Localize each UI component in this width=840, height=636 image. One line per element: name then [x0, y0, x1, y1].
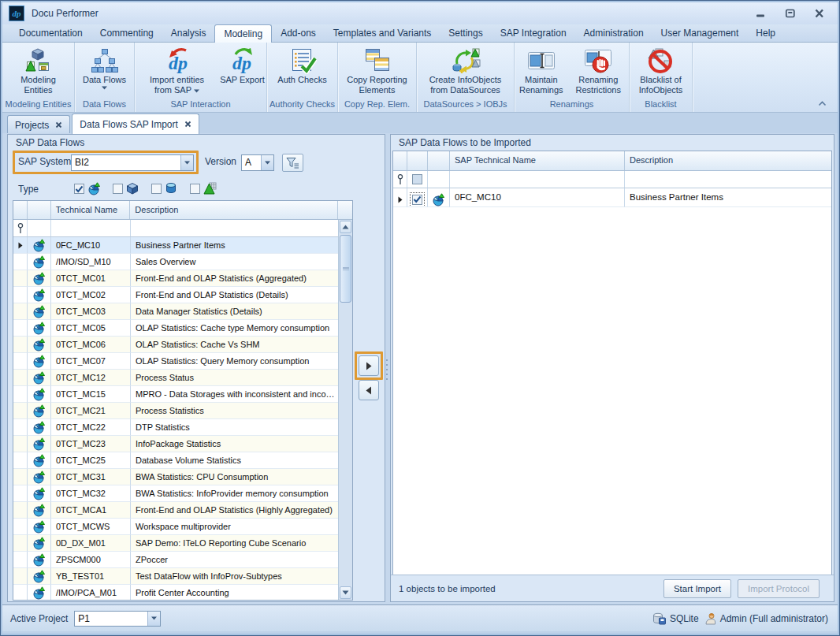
- table-row[interactable]: 0TCT_MC03Data Manager Statistics (Detail…: [13, 303, 352, 320]
- filter-input-technical-name[interactable]: [51, 220, 131, 236]
- dropdown-arrow-icon[interactable]: [180, 155, 193, 170]
- cell-technical-name: 0TCT_MC25: [51, 452, 131, 469]
- table-row[interactable]: 0TCT_MC32BWA Statistics: InfoProvider me…: [13, 485, 352, 502]
- table-row[interactable]: 0TCT_MC22DTP Statistics: [13, 419, 352, 436]
- cell-description: Front-End and OLAP Statistics (Aggregate…: [131, 270, 340, 287]
- table-row[interactable]: 0TCT_MC12Process Status: [13, 370, 352, 386]
- dropdown-arrow-icon: [194, 89, 199, 93]
- type-checkbox-multiprovider-icon[interactable]: [74, 184, 84, 194]
- column-header-description[interactable]: Description: [130, 201, 338, 219]
- cell-technical-name: /IMO/SD_M10: [51, 254, 131, 270]
- menu-tab-add-ons[interactable]: Add-ons: [272, 24, 325, 42]
- grid-body: 0FC_MC10Business Partner Items/IMO/SD_M1…: [13, 237, 352, 601]
- table-row[interactable]: 0D_DX_M01SAP Demo: ITeLO Reporting Cube …: [13, 535, 352, 552]
- ribbon-button-blacklist-of-infoobjects[interactable]: Blacklist of InfoObjects: [639, 44, 683, 95]
- menu-tab-analysis[interactable]: Analysis: [162, 24, 215, 42]
- table-row[interactable]: 0TCT_MC07OLAP Statistics: Query Memory c…: [13, 353, 352, 370]
- multiprovider-icon: [32, 537, 46, 550]
- start-import-button[interactable]: Start Import: [663, 579, 731, 598]
- column-header-technical-name[interactable]: Technical Name: [51, 201, 131, 219]
- sap-system-combo[interactable]: BI2: [71, 154, 194, 171]
- menu-tab-modeling[interactable]: Modeling: [214, 24, 272, 43]
- table-row[interactable]: ZPSCM000ZPoccer: [13, 552, 352, 568]
- scroll-down-button[interactable]: [340, 586, 351, 599]
- type-checkbox-infocube-icon[interactable]: [113, 184, 123, 194]
- close-icon[interactable]: [814, 9, 825, 18]
- dropdown-arrow-icon[interactable]: [261, 155, 273, 170]
- move-right-button[interactable]: [359, 355, 379, 376]
- table-row[interactable]: 0FC_MC10Business Partner Items: [393, 188, 831, 207]
- filter-pin-icon[interactable]: [397, 174, 403, 185]
- user-indicator[interactable]: Admin (Full administrator): [704, 612, 828, 625]
- cell-description: Front-End and OLAP Statistics (Details): [131, 287, 340, 303]
- ribbon-button-renaming-restrictions[interactable]: Renaming Restrictions: [568, 44, 629, 95]
- ribbon-button-import-entities-from-sap[interactable]: dpImport entities from SAP: [136, 44, 219, 95]
- table-row[interactable]: 0TCT_MC06OLAP Statistics: Cache Vs SHM: [13, 337, 352, 353]
- tab-close-icon[interactable]: [184, 121, 191, 128]
- table-row[interactable]: 0TCT_MC15MPRO - Data Storages with incon…: [13, 386, 352, 403]
- restore-icon[interactable]: [785, 9, 796, 18]
- document-tab-projects[interactable]: Projects: [7, 115, 70, 134]
- type-checkbox-dso-cylinder-icon[interactable]: [151, 184, 162, 194]
- column-header-sap-technical-name[interactable]: SAP Technical Name: [450, 151, 625, 170]
- ribbon-button-modeling-entities[interactable]: Modeling Entities: [20, 44, 56, 95]
- version-combo[interactable]: A: [241, 154, 274, 171]
- ribbon-button-data-flows[interactable]: Data Flows: [83, 44, 126, 90]
- database-indicator[interactable]: SQLite: [652, 612, 699, 625]
- menu-tab-help[interactable]: Help: [747, 24, 784, 42]
- column-header-description[interactable]: Description: [625, 151, 831, 170]
- minimize-icon[interactable]: [756, 9, 767, 18]
- menu-tab-user-management[interactable]: User Management: [652, 24, 748, 42]
- menu-tab-commenting[interactable]: Commenting: [91, 24, 162, 42]
- select-all-checkbox[interactable]: [412, 174, 422, 184]
- table-row[interactable]: /IMO/PCA_M01Profit Center Accounting: [13, 585, 352, 601]
- filter-settings-button[interactable]: [282, 154, 303, 172]
- filter-input-description[interactable]: [131, 220, 340, 236]
- menu-tab-documentation[interactable]: Documentation: [10, 24, 91, 42]
- table-row[interactable]: 0TCT_MCWSWorkspace multiprovider: [13, 519, 352, 535]
- table-row[interactable]: 0TCT_MC02Front-End and OLAP Statistics (…: [13, 287, 352, 303]
- filter-input-sap-technical-name[interactable]: [450, 171, 625, 188]
- menu-tab-settings[interactable]: Settings: [440, 24, 491, 42]
- table-row[interactable]: YB_TEST01Test DataFlow with InfoProv-Sub…: [13, 568, 352, 585]
- document-tab-data-flows-sap-import[interactable]: Data Flows SAP Import: [72, 113, 199, 134]
- menu-tab-administration[interactable]: Administration: [575, 24, 652, 42]
- user-icon: [704, 612, 716, 625]
- grid-body: 0FC_MC10Business Partner Items: [393, 188, 831, 207]
- table-row[interactable]: 0TCT_MC31BWA Statistics: CPU Consumption: [13, 469, 352, 485]
- ribbon-button-sap-export[interactable]: dpSAP Export: [219, 44, 266, 85]
- active-project-combo[interactable]: P1: [74, 611, 161, 627]
- table-row[interactable]: 0TCT_MC23InfoPackage Statistics: [13, 436, 352, 452]
- table-row[interactable]: 0FC_MC10Business Partner Items: [13, 237, 352, 254]
- ribbon-button-copy-reporting-elements[interactable]: Copy Reporting Elements: [347, 44, 407, 95]
- import-row-checkbox[interactable]: [412, 195, 422, 205]
- ribbon-button-maintain-renamings[interactable]: Maintain Renamings: [515, 44, 568, 95]
- filter-input-description[interactable]: [625, 171, 831, 188]
- window-controls: [756, 9, 838, 18]
- menu-tab-templates-and-variants[interactable]: Templates and Variants: [325, 24, 440, 42]
- table-row[interactable]: /IMO/SD_M10Sales Overview: [13, 254, 352, 270]
- type-checkbox-aggregate-pyramid-icon[interactable]: [190, 184, 200, 194]
- ribbon-collapse-icon[interactable]: [816, 99, 828, 108]
- filter-pin-icon[interactable]: [17, 223, 24, 234]
- panel-splitter[interactable]: [386, 359, 388, 380]
- ribbon-button-auth-checks[interactable]: Auth Checks: [277, 44, 326, 85]
- cell-description: Data Manager Statistics (Details): [131, 303, 340, 320]
- scroll-up-button[interactable]: [340, 221, 351, 233]
- move-left-button[interactable]: [359, 380, 379, 400]
- dropdown-arrow-icon[interactable]: [147, 612, 160, 626]
- table-row[interactable]: 0TCT_MC01Front-End and OLAP Statistics (…: [13, 270, 352, 287]
- menu-tab-sap-integration[interactable]: SAP Integration: [492, 24, 575, 42]
- ribbon-group-datasources-iobjs: Create InfoObjects from DataSourcesDataS…: [417, 43, 515, 112]
- table-row[interactable]: 0TCT_MC21Process Statistics: [13, 403, 352, 419]
- table-row[interactable]: 0TCT_MC25Database Volume Statistics: [13, 452, 352, 469]
- cell-technical-name: 0TCT_MC05: [51, 320, 131, 337]
- infocube-icon: [126, 182, 139, 195]
- table-row[interactable]: 0TCT_MC05OLAP Statistics: Cache type Mem…: [13, 320, 352, 337]
- tab-close-icon[interactable]: [55, 121, 62, 128]
- scroll-down-icon: [342, 590, 349, 595]
- scrollbar-thumb[interactable]: [340, 235, 351, 303]
- table-row[interactable]: 0TCT_MCA1Front-End and OLAP Statistics (…: [13, 502, 352, 519]
- ribbon-button-create-infoobjects-from-datasources[interactable]: Create InfoObjects from DataSources: [429, 44, 502, 95]
- vertical-scrollbar[interactable]: [338, 220, 352, 600]
